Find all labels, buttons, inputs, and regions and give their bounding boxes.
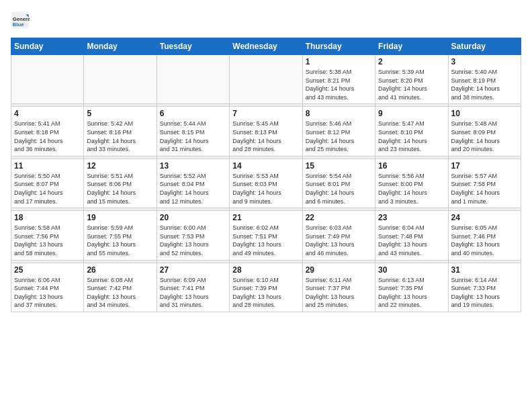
day-info: Sunrise: 5:39 AM Sunset: 8:20 PM Dayligh… — [378, 68, 445, 101]
weekday-header: Friday — [375, 38, 448, 55]
calendar-cell: 25Sunrise: 6:06 AM Sunset: 7:44 PM Dayli… — [11, 263, 84, 312]
day-number: 22 — [306, 213, 372, 222]
calendar-table: SundayMondayTuesdayWednesdayThursdayFrid… — [11, 38, 521, 312]
day-number: 13 — [160, 161, 226, 171]
day-info: Sunrise: 5:41 AM Sunset: 8:18 PM Dayligh… — [14, 120, 81, 153]
calendar-cell: 29Sunrise: 6:11 AM Sunset: 7:37 PM Dayli… — [302, 263, 375, 312]
day-info: Sunrise: 5:45 AM Sunset: 8:13 PM Dayligh… — [232, 120, 299, 153]
day-info: Sunrise: 6:09 AM Sunset: 7:41 PM Dayligh… — [160, 276, 226, 310]
day-number: 14 — [232, 161, 299, 171]
day-number: 26 — [87, 265, 153, 275]
day-info: Sunrise: 5:47 AM Sunset: 8:10 PM Dayligh… — [378, 120, 445, 153]
day-info: Sunrise: 5:53 AM Sunset: 8:03 PM Dayligh… — [232, 172, 299, 205]
calendar-cell: 17Sunrise: 5:57 AM Sunset: 7:58 PM Dayli… — [448, 158, 521, 208]
calendar-cell: 22Sunrise: 6:03 AM Sunset: 7:49 PM Dayli… — [302, 211, 375, 260]
calendar-cell: 27Sunrise: 6:09 AM Sunset: 7:41 PM Dayli… — [157, 263, 229, 312]
day-number: 17 — [451, 161, 518, 171]
logo-icon: General Blue — [11, 11, 30, 30]
calendar-cell — [11, 55, 84, 104]
day-number: 8 — [306, 109, 372, 118]
weekday-header: Wednesday — [230, 38, 302, 55]
calendar-cell — [157, 55, 229, 104]
svg-text:Blue: Blue — [13, 21, 24, 28]
day-info: Sunrise: 5:51 AM Sunset: 8:06 PM Dayligh… — [87, 172, 153, 205]
day-number: 18 — [14, 213, 81, 222]
day-number: 6 — [160, 109, 226, 118]
calendar-cell — [230, 55, 302, 104]
calendar-cell: 14Sunrise: 5:53 AM Sunset: 8:03 PM Dayli… — [230, 158, 302, 208]
calendar-cell: 4Sunrise: 5:41 AM Sunset: 8:18 PM Daylig… — [11, 107, 84, 156]
weekday-header: Sunday — [11, 38, 84, 55]
day-info: Sunrise: 5:38 AM Sunset: 8:21 PM Dayligh… — [306, 68, 372, 101]
day-number: 9 — [378, 109, 445, 118]
day-info: Sunrise: 5:42 AM Sunset: 8:16 PM Dayligh… — [87, 120, 153, 153]
calendar-cell: 8Sunrise: 5:46 AM Sunset: 8:12 PM Daylig… — [302, 107, 375, 156]
day-info: Sunrise: 5:57 AM Sunset: 7:58 PM Dayligh… — [451, 172, 518, 205]
day-number: 23 — [378, 213, 445, 222]
calendar-cell: 21Sunrise: 6:02 AM Sunset: 7:51 PM Dayli… — [230, 211, 302, 260]
calendar-week-row: 25Sunrise: 6:06 AM Sunset: 7:44 PM Dayli… — [11, 263, 521, 312]
day-number: 27 — [160, 265, 226, 275]
calendar-week-row: 11Sunrise: 5:50 AM Sunset: 8:07 PM Dayli… — [11, 158, 521, 208]
page-header: General Blue — [11, 11, 521, 30]
weekday-header: Thursday — [302, 38, 375, 55]
day-number: 20 — [160, 213, 226, 222]
calendar-cell: 11Sunrise: 5:50 AM Sunset: 8:07 PM Dayli… — [11, 158, 84, 208]
day-number: 12 — [87, 161, 153, 171]
day-info: Sunrise: 5:58 AM Sunset: 7:56 PM Dayligh… — [14, 224, 81, 257]
day-number: 10 — [451, 109, 518, 118]
calendar-cell: 15Sunrise: 5:54 AM Sunset: 8:01 PM Dayli… — [302, 158, 375, 208]
calendar-week-row: 4Sunrise: 5:41 AM Sunset: 8:18 PM Daylig… — [11, 107, 521, 156]
calendar-cell: 19Sunrise: 5:59 AM Sunset: 7:55 PM Dayli… — [84, 211, 157, 260]
day-info: Sunrise: 6:13 AM Sunset: 7:35 PM Dayligh… — [378, 276, 445, 310]
day-info: Sunrise: 6:02 AM Sunset: 7:51 PM Dayligh… — [232, 224, 299, 257]
day-info: Sunrise: 6:03 AM Sunset: 7:49 PM Dayligh… — [306, 224, 372, 257]
calendar-cell: 2Sunrise: 5:39 AM Sunset: 8:20 PM Daylig… — [375, 55, 448, 104]
calendar-cell: 26Sunrise: 6:08 AM Sunset: 7:42 PM Dayli… — [84, 263, 157, 312]
day-number: 5 — [87, 109, 153, 118]
day-info: Sunrise: 5:59 AM Sunset: 7:55 PM Dayligh… — [87, 224, 153, 257]
day-info: Sunrise: 6:05 AM Sunset: 7:46 PM Dayligh… — [451, 224, 518, 257]
calendar-cell: 3Sunrise: 5:40 AM Sunset: 8:19 PM Daylig… — [448, 55, 521, 104]
day-info: Sunrise: 6:08 AM Sunset: 7:42 PM Dayligh… — [87, 276, 153, 310]
calendar-cell: 24Sunrise: 6:05 AM Sunset: 7:46 PM Dayli… — [448, 211, 521, 260]
day-number: 15 — [306, 161, 372, 171]
weekday-header-row: SundayMondayTuesdayWednesdayThursdayFrid… — [11, 38, 521, 55]
day-number: 4 — [14, 109, 81, 118]
day-number: 25 — [14, 265, 81, 275]
day-info: Sunrise: 5:50 AM Sunset: 8:07 PM Dayligh… — [14, 172, 81, 205]
day-number: 19 — [87, 213, 153, 222]
weekday-header: Monday — [84, 38, 157, 55]
calendar-cell: 10Sunrise: 5:48 AM Sunset: 8:09 PM Dayli… — [448, 107, 521, 156]
weekday-header: Tuesday — [157, 38, 229, 55]
calendar-cell: 6Sunrise: 5:44 AM Sunset: 8:15 PM Daylig… — [157, 107, 229, 156]
day-number: 16 — [378, 161, 445, 171]
calendar-cell: 12Sunrise: 5:51 AM Sunset: 8:06 PM Dayli… — [84, 158, 157, 208]
calendar-cell: 30Sunrise: 6:13 AM Sunset: 7:35 PM Dayli… — [375, 263, 448, 312]
day-info: Sunrise: 5:46 AM Sunset: 8:12 PM Dayligh… — [306, 120, 372, 153]
calendar-cell: 31Sunrise: 6:14 AM Sunset: 7:33 PM Dayli… — [448, 263, 521, 312]
day-number: 1 — [306, 57, 372, 66]
day-info: Sunrise: 6:10 AM Sunset: 7:39 PM Dayligh… — [232, 276, 299, 310]
calendar-cell: 5Sunrise: 5:42 AM Sunset: 8:16 PM Daylig… — [84, 107, 157, 156]
weekday-header: Saturday — [448, 38, 521, 55]
day-info: Sunrise: 6:14 AM Sunset: 7:33 PM Dayligh… — [451, 276, 518, 310]
day-number: 2 — [378, 57, 445, 66]
calendar-cell: 1Sunrise: 5:38 AM Sunset: 8:21 PM Daylig… — [302, 55, 375, 104]
calendar-cell — [84, 55, 157, 104]
calendar-cell: 28Sunrise: 6:10 AM Sunset: 7:39 PM Dayli… — [230, 263, 302, 312]
day-info: Sunrise: 6:04 AM Sunset: 7:48 PM Dayligh… — [378, 224, 445, 257]
day-number: 28 — [232, 265, 299, 275]
calendar-cell: 9Sunrise: 5:47 AM Sunset: 8:10 PM Daylig… — [375, 107, 448, 156]
day-number: 3 — [451, 57, 518, 66]
calendar-cell: 20Sunrise: 6:00 AM Sunset: 7:53 PM Dayli… — [157, 211, 229, 260]
day-info: Sunrise: 6:11 AM Sunset: 7:37 PM Dayligh… — [306, 276, 372, 310]
day-info: Sunrise: 5:54 AM Sunset: 8:01 PM Dayligh… — [306, 172, 372, 205]
day-info: Sunrise: 5:40 AM Sunset: 8:19 PM Dayligh… — [451, 68, 518, 101]
calendar-week-row: 18Sunrise: 5:58 AM Sunset: 7:56 PM Dayli… — [11, 211, 521, 260]
calendar-cell: 13Sunrise: 5:52 AM Sunset: 8:04 PM Dayli… — [157, 158, 229, 208]
day-number: 24 — [451, 213, 518, 222]
day-info: Sunrise: 5:56 AM Sunset: 8:00 PM Dayligh… — [378, 172, 445, 205]
day-number: 31 — [451, 265, 518, 275]
day-info: Sunrise: 6:06 AM Sunset: 7:44 PM Dayligh… — [14, 276, 81, 310]
